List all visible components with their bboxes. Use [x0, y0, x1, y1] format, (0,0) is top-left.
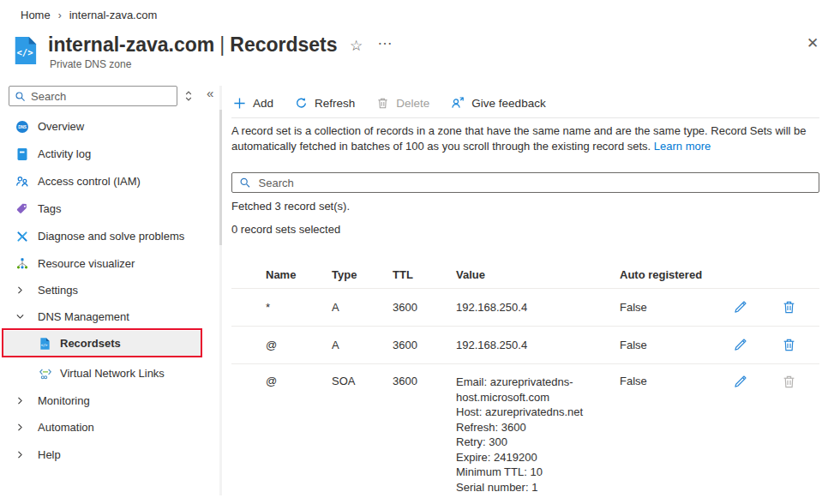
record-type: A — [332, 339, 393, 351]
selected-count-text: 0 record sets selected — [231, 223, 340, 236]
give-feedback-label: Give feedback — [471, 97, 545, 110]
sidebar-group-monitoring[interactable]: Monitoring — [0, 388, 204, 414]
record-ttl: 3600 — [393, 301, 456, 314]
sidebar-search-box[interactable] — [9, 86, 177, 106]
record-auto-registered: False — [620, 375, 733, 387]
more-options-icon[interactable]: … — [377, 31, 393, 49]
record-ttl: 3600 — [393, 339, 456, 351]
sidebar-item-diagnose[interactable]: Diagnose and solve problems — [0, 224, 204, 249]
add-button[interactable]: Add — [233, 97, 273, 110]
add-plus-icon — [233, 97, 246, 110]
recordsets-icon: </> — [39, 337, 52, 351]
record-auto-registered: False — [620, 301, 733, 314]
delete-record-icon[interactable] — [782, 375, 796, 389]
sidebar-item-access-control[interactable]: Access control (IAM) — [0, 169, 204, 195]
record-type: A — [332, 301, 393, 314]
delete-trash-icon — [376, 97, 389, 110]
sidebar-scrollbar-thumb[interactable] — [219, 110, 222, 245]
close-icon[interactable]: ✕ — [807, 34, 819, 52]
sidebar-search-input[interactable] — [31, 90, 171, 103]
virtual-network-links-icon — [39, 367, 52, 381]
sidebar-item-overview[interactable]: DNS Overview — [0, 114, 204, 140]
toolbar-divider — [231, 117, 819, 118]
column-header-name: Name — [266, 268, 332, 281]
column-header-type: Type — [332, 268, 393, 281]
add-label: Add — [253, 97, 273, 110]
sidebar-item-recordsets[interactable]: </> Recordsets — [3, 331, 201, 356]
sidebar-item-tags[interactable]: Tags — [0, 196, 204, 222]
record-name: @ — [266, 339, 332, 351]
chevron-right-icon — [15, 395, 26, 406]
delete-record-icon[interactable] — [782, 338, 796, 352]
sidebar-item-resource-visualizer[interactable]: Resource visualizer — [0, 251, 204, 277]
delete-record-icon[interactable] — [782, 300, 796, 315]
chevron-right-icon — [15, 449, 26, 460]
collapse-sidebar-icon[interactable]: « — [207, 86, 213, 100]
breadcrumb: Home › internal-zava.com — [21, 9, 157, 21]
search-icon — [15, 91, 26, 102]
resource-type-subtitle: Private DNS zone — [50, 58, 131, 70]
refresh-icon — [295, 97, 308, 110]
delete-label: Delete — [396, 97, 429, 110]
record-value: 192.168.250.4 — [456, 339, 620, 351]
sidebar-item-label: Settings — [38, 284, 78, 297]
access-control-icon — [15, 175, 29, 189]
sidebar-item-label: Automation — [38, 421, 94, 434]
recordsets-description: A record set is a collection of records … — [231, 123, 823, 153]
record-auto-registered: False — [620, 339, 733, 351]
dns-zone-page-icon: </> — [12, 35, 38, 66]
record-row-apex-a[interactable]: @ A 3600 192.168.250.4 False — [231, 327, 819, 364]
resource-visualizer-icon — [15, 257, 29, 271]
column-header-auto-registered: Auto registered — [620, 268, 733, 281]
edit-record-icon[interactable] — [733, 375, 747, 389]
search-icon — [239, 177, 251, 189]
sidebar-item-label: Overview — [38, 120, 84, 133]
sidebar-group-settings[interactable]: Settings — [0, 278, 204, 303]
tags-icon — [15, 202, 29, 216]
sidebar-group-dns-management[interactable]: DNS Management — [0, 304, 204, 330]
sidebar-item-label: Monitoring — [38, 394, 90, 407]
recordsets-search-input[interactable] — [259, 177, 812, 189]
record-ttl: 3600 — [393, 375, 456, 387]
record-type: SOA — [332, 375, 393, 387]
page-name: Recordsets — [230, 33, 337, 56]
command-bar: Add Refresh Delete Give feedback — [233, 91, 546, 115]
chevron-down-icon — [15, 311, 26, 322]
refresh-button[interactable]: Refresh — [295, 97, 355, 110]
sidebar-item-virtual-network-links[interactable]: Virtual Network Links — [0, 361, 204, 387]
page-title: internal-zava.com|Recordsets — [48, 32, 338, 57]
breadcrumb-home-link[interactable]: Home — [21, 9, 51, 21]
svg-text:DNS: DNS — [18, 125, 27, 129]
feedback-person-icon — [451, 96, 465, 110]
sidebar-item-label: Activity log — [38, 147, 91, 160]
record-row-wildcard-a[interactable]: * A 3600 192.168.250.4 False — [231, 289, 819, 327]
fetched-count-text: Fetched 3 record set(s). — [231, 200, 350, 213]
sidebar-item-activity-log[interactable]: Activity log — [0, 141, 204, 167]
sidebar-item-label: Virtual Network Links — [60, 367, 165, 380]
column-header-value: Value — [456, 268, 620, 281]
give-feedback-button[interactable]: Give feedback — [451, 96, 545, 110]
delete-button[interactable]: Delete — [376, 97, 429, 110]
sidebar-group-automation[interactable]: Automation — [0, 415, 204, 441]
zone-name: internal-zava.com — [48, 33, 214, 56]
recordsets-table: Name Type TTL Value Auto registered * A … — [231, 261, 819, 495]
learn-more-link[interactable]: Learn more — [654, 140, 711, 153]
sidebar-item-label: Resource visualizer — [38, 257, 135, 270]
record-value: Email: azureprivatedns- host.microsoft.c… — [456, 375, 620, 495]
record-row-apex-soa[interactable]: @ SOA 3600 Email: azureprivatedns- host.… — [231, 364, 819, 495]
breadcrumb-separator-icon: › — [58, 9, 62, 21]
sidebar-item-label: Access control (IAM) — [38, 175, 141, 188]
favorite-star-icon[interactable]: ☆ — [350, 37, 363, 55]
breadcrumb-current-link[interactable]: internal-zava.com — [69, 9, 158, 21]
sidebar-group-help[interactable]: Help — [0, 442, 204, 468]
refresh-label: Refresh — [315, 97, 355, 110]
overview-icon: DNS — [15, 120, 29, 134]
record-name: * — [266, 301, 332, 314]
chevron-right-icon — [15, 285, 26, 296]
record-name: @ — [266, 375, 332, 387]
edit-record-icon[interactable] — [733, 338, 747, 352]
record-value: 192.168.250.4 — [456, 301, 620, 314]
edit-record-icon[interactable] — [733, 300, 747, 315]
expand-collapse-all-icon[interactable] — [183, 89, 195, 103]
recordsets-search-box[interactable] — [231, 172, 819, 193]
